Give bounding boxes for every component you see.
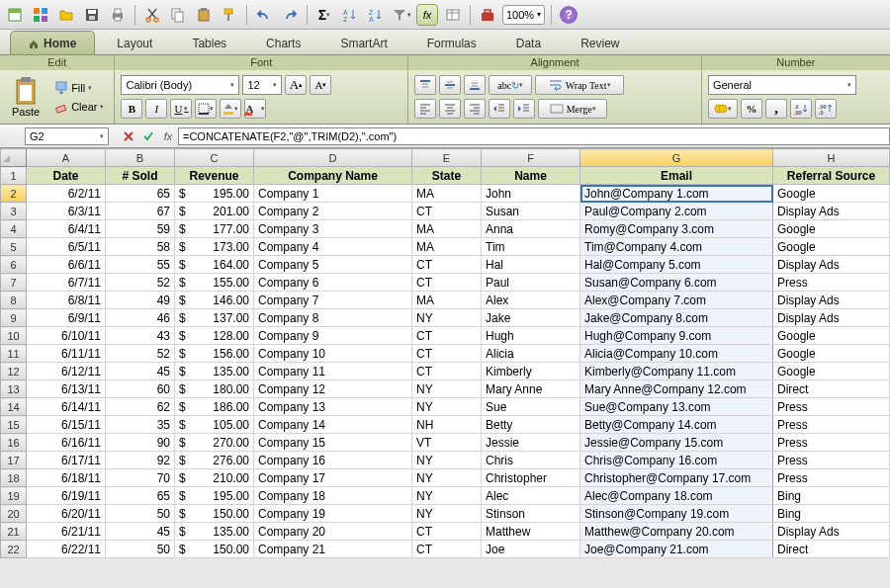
column-header[interactable]: B xyxy=(106,149,175,167)
cell[interactable]: Company 1 xyxy=(254,185,412,203)
column-header[interactable]: H xyxy=(773,149,890,167)
cell[interactable]: 6/21/11 xyxy=(27,523,106,541)
cell[interactable]: 6/4/11 xyxy=(27,220,106,238)
cell[interactable]: Display Ads xyxy=(773,309,890,327)
column-header[interactable]: C xyxy=(175,149,254,167)
cell[interactable]: $201.00 xyxy=(175,203,254,220)
cell[interactable]: $195.00 xyxy=(175,185,254,203)
copy-icon[interactable] xyxy=(167,4,189,26)
cell[interactable]: $270.00 xyxy=(175,434,254,452)
cell[interactable]: 50 xyxy=(106,541,175,558)
row-header[interactable]: 9 xyxy=(1,309,27,327)
cell[interactable]: John@Company 1.com xyxy=(580,185,773,203)
fx-button[interactable]: fx xyxy=(158,126,178,146)
cell[interactable]: NY xyxy=(412,398,482,416)
cell[interactable]: 59 xyxy=(106,220,175,238)
cell[interactable]: Alicia@Company 10.com xyxy=(580,345,773,363)
cell[interactable]: 52 xyxy=(106,274,175,292)
cell[interactable]: Tim@Company 4.com xyxy=(580,238,773,256)
cell[interactable]: Betty xyxy=(482,416,580,434)
cell[interactable]: Chris xyxy=(482,452,580,469)
header-cell[interactable]: Name xyxy=(482,167,580,185)
cell[interactable]: 6/18/11 xyxy=(27,469,106,487)
cell[interactable]: $276.00 xyxy=(175,452,254,469)
cell[interactable]: $146.00 xyxy=(175,292,254,309)
cell[interactable]: Press xyxy=(773,416,890,434)
cell[interactable]: Company 17 xyxy=(254,469,412,487)
cell[interactable]: 6/20/11 xyxy=(27,505,106,523)
format-painter-icon[interactable] xyxy=(219,4,240,26)
cell[interactable]: Bing xyxy=(773,505,890,523)
cell[interactable]: 6/10/11 xyxy=(27,327,106,345)
header-cell[interactable]: Referral Source xyxy=(773,167,890,185)
filter-icon[interactable]: ▾ xyxy=(391,4,412,26)
row-header[interactable]: 3 xyxy=(1,203,27,220)
cell[interactable]: Paul@Company 2.com xyxy=(580,203,773,220)
cell[interactable]: Hugh@Company 9.com xyxy=(580,327,773,345)
cell[interactable]: CT xyxy=(412,541,482,558)
cell[interactable]: Mary Anne@Company 12.com xyxy=(580,380,773,398)
cell[interactable]: Direct xyxy=(773,380,890,398)
cell[interactable]: Company 3 xyxy=(254,220,412,238)
cell[interactable]: 6/16/11 xyxy=(27,434,106,452)
decrease-font-button[interactable]: A▾ xyxy=(310,75,331,95)
cell[interactable]: Matthew xyxy=(482,523,580,541)
cell[interactable]: Company 8 xyxy=(254,309,412,327)
currency-button[interactable]: ▾ xyxy=(708,99,738,119)
cell[interactable]: Hal xyxy=(482,256,580,274)
decrease-indent-button[interactable] xyxy=(489,99,510,119)
undo-icon[interactable] xyxy=(253,4,275,26)
cell[interactable]: Alex xyxy=(482,292,580,309)
clear-button[interactable]: Clear ▾ xyxy=(50,99,108,115)
header-cell[interactable]: Email xyxy=(580,167,773,185)
column-header[interactable]: D xyxy=(254,149,412,167)
sort-desc-icon[interactable]: ZA xyxy=(365,4,387,26)
cell[interactable]: Press xyxy=(773,452,890,469)
cell[interactable]: Company 18 xyxy=(254,487,412,505)
cell[interactable]: Bing xyxy=(773,487,890,505)
cell[interactable]: 6/9/11 xyxy=(27,309,106,327)
cell[interactable]: Romy@Company 3.com xyxy=(580,220,773,238)
column-header[interactable]: E xyxy=(412,149,482,167)
cell[interactable]: $156.00 xyxy=(175,345,254,363)
cell[interactable]: Alicia xyxy=(482,345,580,363)
cell[interactable]: Google xyxy=(773,238,890,256)
cell[interactable]: Company 20 xyxy=(254,523,412,541)
cell[interactable]: Press xyxy=(773,434,890,452)
cell[interactable]: CT xyxy=(412,256,482,274)
cell[interactable]: 6/6/11 xyxy=(27,256,106,274)
cell[interactable]: Stinson xyxy=(482,505,580,523)
percent-button[interactable]: % xyxy=(741,99,762,119)
cell[interactable]: $155.00 xyxy=(175,274,254,292)
cell[interactable]: $177.00 xyxy=(175,220,254,238)
align-top-button[interactable] xyxy=(414,75,436,95)
cancel-formula-button[interactable] xyxy=(119,126,138,146)
cell[interactable]: Company 10 xyxy=(254,345,412,363)
row-header[interactable]: 2 xyxy=(1,185,27,203)
cell[interactable]: 58 xyxy=(106,238,175,256)
align-middle-button[interactable] xyxy=(439,75,461,95)
wrap-text-button[interactable]: Wrap Text▾ xyxy=(535,75,624,95)
cell[interactable]: 6/12/11 xyxy=(27,363,106,380)
cell[interactable]: $195.00 xyxy=(175,487,254,505)
cell[interactable]: CT xyxy=(412,363,482,380)
cell[interactable]: Joe xyxy=(482,541,580,558)
font-size-select[interactable]: 12▾ xyxy=(242,75,282,95)
cell[interactable]: Sue@Company 13.com xyxy=(580,398,773,416)
header-cell[interactable]: State xyxy=(412,167,482,185)
column-header[interactable]: A xyxy=(27,149,106,167)
cell[interactable]: Display Ads xyxy=(773,256,890,274)
cell[interactable]: Company 9 xyxy=(254,327,412,345)
name-box[interactable]: G2▾ xyxy=(25,127,109,145)
cell[interactable]: 62 xyxy=(106,398,175,416)
cut-icon[interactable] xyxy=(141,4,163,26)
cell[interactable]: Alec xyxy=(482,487,580,505)
cell[interactable]: 92 xyxy=(106,452,175,469)
cell[interactable]: Display Ads xyxy=(773,523,890,541)
cell[interactable]: CT xyxy=(412,345,482,363)
cell[interactable]: 50 xyxy=(106,505,175,523)
cell[interactable]: Anna xyxy=(482,220,580,238)
cell[interactable]: Company 16 xyxy=(254,452,412,469)
cell[interactable]: 35 xyxy=(106,416,175,434)
cell[interactable]: Google xyxy=(773,345,890,363)
